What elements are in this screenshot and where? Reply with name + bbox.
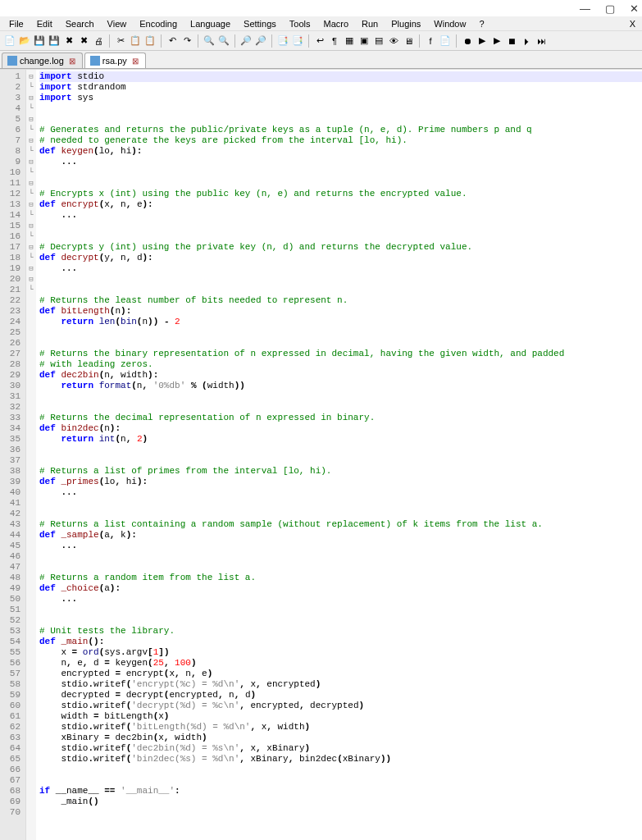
saveall-icon[interactable]: 💾 (48, 34, 61, 48)
code-line[interactable]: return int(n, 2) (39, 434, 642, 445)
code-line[interactable] (39, 509, 642, 519)
new-icon[interactable]: 📄 (3, 34, 16, 48)
code-line[interactable] (39, 455, 642, 466)
code-line[interactable]: xBinary = dec2bin(x, width) (39, 733, 642, 743)
code-area[interactable]: import stdioimport stdrandomimport sys #… (36, 70, 642, 840)
fold-toggle[interactable]: ⊟ (26, 242, 36, 253)
tab-change-log[interactable]: change.log⊠ (2, 52, 83, 68)
code-line[interactable]: ... (39, 541, 642, 551)
maximize-button[interactable]: ▢ (605, 2, 615, 15)
code-line[interactable]: stdio.writef('bitLength(%d) = %d\n', x, … (39, 722, 642, 733)
minimize-button[interactable]: — (580, 2, 590, 15)
showall-icon[interactable]: ¶ (328, 34, 341, 48)
code-line[interactable] (39, 327, 642, 338)
tab-close-icon[interactable]: ⊠ (132, 57, 139, 66)
menu-run[interactable]: Run (356, 17, 384, 30)
play2-icon[interactable]: ▶ (490, 34, 503, 48)
play1-icon[interactable]: ▶ (476, 34, 489, 48)
code-line[interactable] (39, 391, 642, 402)
code-line[interactable] (39, 274, 642, 285)
code-line[interactable]: stdio.writef('dec2bin(%d) = %s\n', x, xB… (39, 743, 642, 754)
fold-toggle[interactable]: ⊟ (26, 93, 36, 103)
cut-icon[interactable]: ✂ (114, 34, 127, 48)
code-line[interactable]: def bitLength(n): (39, 306, 642, 317)
menu-edit[interactable]: Edit (31, 17, 58, 30)
code-line[interactable]: import sys (39, 93, 642, 103)
unfold-icon[interactable]: ▤ (372, 34, 385, 48)
fold-toggle[interactable]: ⊟ (26, 157, 36, 167)
code-line[interactable]: stdio.writef('decrypt(%d) = %c\n', encry… (39, 701, 642, 711)
code-line[interactable] (39, 114, 642, 125)
code-line[interactable] (39, 285, 642, 295)
fold-toggle[interactable]: ⊟ (26, 71, 36, 82)
code-line[interactable]: def _choice(a): (39, 583, 642, 594)
code-line[interactable]: if __name__ == '__main__': (39, 786, 642, 797)
wrap-icon[interactable]: ↩ (313, 34, 326, 48)
sync-icon[interactable]: 📑 (276, 34, 289, 48)
code-line[interactable]: return format(n, '0%db' % (width)) (39, 381, 642, 391)
sync2-icon[interactable]: 📑 (291, 34, 304, 48)
menu-help[interactable]: ? (473, 17, 489, 30)
redo-icon[interactable]: ↷ (180, 34, 194, 48)
zoomin-icon[interactable]: 🔎 (239, 34, 253, 48)
menu-plugins[interactable]: Plugins (385, 17, 426, 30)
fold-toggle[interactable]: ⊟ (26, 135, 36, 146)
menu-view[interactable]: View (102, 17, 133, 30)
menu-settings[interactable]: Settings (238, 17, 282, 30)
code-line[interactable] (39, 445, 642, 455)
play3-icon[interactable]: ⏹ (505, 34, 518, 48)
code-line[interactable]: def bin2dec(n): (39, 423, 642, 434)
code-line[interactable] (39, 615, 642, 626)
code-line[interactable]: def _primes(lo, hi): (39, 477, 642, 487)
replace-icon[interactable]: 🔍 (217, 34, 230, 48)
code-line[interactable]: ... (39, 263, 642, 274)
code-line[interactable]: def dec2bin(n, width): (39, 370, 642, 381)
code-line[interactable]: # Encrypts x (int) using the public key … (39, 189, 642, 199)
menu-macro[interactable]: Macro (317, 17, 354, 30)
fold-toggle[interactable]: ⊟ (26, 263, 36, 274)
paste-icon[interactable]: 📋 (143, 34, 157, 48)
tab-rsa-py[interactable]: rsa.py⊠ (84, 52, 146, 68)
rec-icon[interactable]: ⏺ (461, 34, 474, 48)
doc-icon[interactable]: 📄 (439, 34, 452, 48)
code-line[interactable] (39, 103, 642, 114)
fold-icon[interactable]: ▣ (357, 34, 371, 48)
menu-language[interactable]: Language (184, 17, 236, 30)
monitor-icon[interactable]: 🖥 (402, 34, 415, 48)
code-line[interactable]: # Unit tests the library. (39, 626, 642, 637)
close-window-button[interactable]: ✕ (630, 2, 639, 15)
code-line[interactable]: # with leading zeros. (39, 359, 642, 370)
code-line[interactable] (39, 562, 642, 573)
code-line[interactable]: def _main(): (39, 637, 642, 647)
code-line[interactable]: def keygen(lo, hi): (39, 146, 642, 157)
code-line[interactable] (39, 338, 642, 349)
code-line[interactable]: # needed to generate the keys are picked… (39, 135, 642, 146)
code-line[interactable] (39, 231, 642, 242)
fold-toggle[interactable]: ⊟ (26, 221, 36, 231)
code-line[interactable]: encrypted = encrypt(x, n, e) (39, 669, 642, 679)
code-line[interactable]: ... (39, 210, 642, 221)
tab-close-icon[interactable]: ⊠ (69, 57, 75, 66)
code-line[interactable]: n, e, d = keygen(25, 100) (39, 658, 642, 669)
undo-icon[interactable]: ↶ (166, 34, 179, 48)
print-icon[interactable]: 🖨 (92, 34, 105, 48)
open-icon[interactable]: 📂 (18, 34, 31, 48)
code-line[interactable]: # Returns a random item from the list a. (39, 573, 642, 583)
code-line[interactable]: return len(bin(n)) - 2 (39, 317, 642, 327)
menubar-x[interactable]: X (623, 19, 642, 29)
func-icon[interactable]: f (424, 34, 437, 48)
fold-toggle[interactable]: ⊟ (26, 199, 36, 210)
code-line[interactable] (39, 775, 642, 786)
close-icon[interactable]: ✖ (62, 34, 75, 48)
code-line[interactable]: decrypted = decrypt(encrypted, n, d) (39, 690, 642, 701)
code-line[interactable]: import stdio (39, 71, 642, 82)
indent-icon[interactable]: ▦ (343, 34, 356, 48)
code-line[interactable]: def decrypt(y, n, d): (39, 253, 642, 263)
code-line[interactable]: # Returns the binary representation of n… (39, 349, 642, 359)
code-line[interactable] (39, 765, 642, 775)
code-line[interactable]: ... (39, 594, 642, 605)
menu-encoding[interactable]: Encoding (134, 17, 183, 30)
copy-icon[interactable]: 📋 (129, 34, 142, 48)
fold-toggle[interactable]: ⊟ (26, 274, 36, 285)
code-line[interactable]: # Generates and returns the public/priva… (39, 125, 642, 135)
